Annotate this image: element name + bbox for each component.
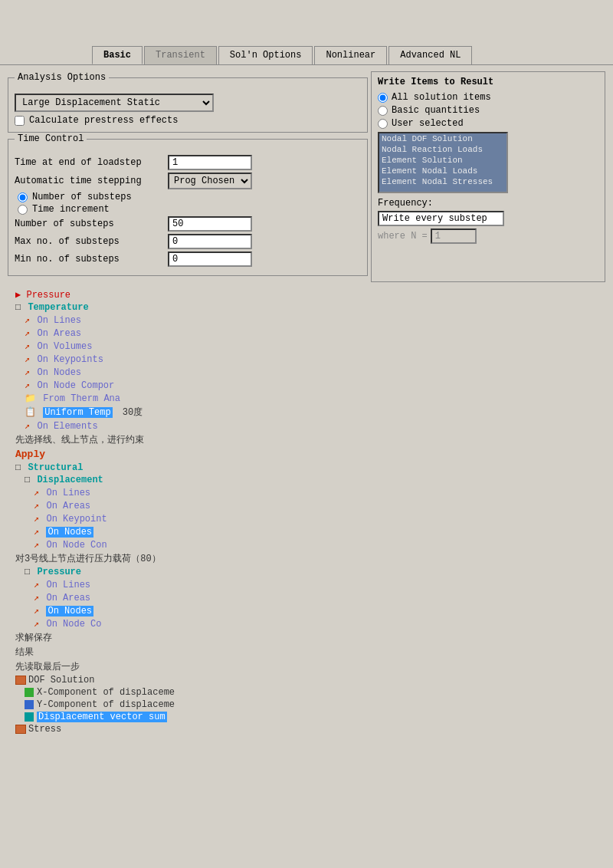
tab-advanced-nl[interactable]: Advanced NL <box>388 46 472 64</box>
structural-label: Structural <box>28 462 83 473</box>
max-substeps-input[interactable] <box>168 234 252 249</box>
tree-disp-onareas[interactable]: ↗ On Areas <box>8 499 605 512</box>
tree-disp-onkeypoint[interactable]: ↗ On Keypoint <box>8 512 605 525</box>
temp-onnodecompor-label: On Node Compor <box>37 380 114 391</box>
tree-temp-onnodecompor[interactable]: ↗ On Node Compor <box>8 379 605 392</box>
all-solution-radio[interactable] <box>378 93 388 103</box>
tree-temp-uniformtemp[interactable]: 📋 Uniform Temp 30度 <box>8 405 605 419</box>
right-panel: Write Items to Result All solution items… <box>371 71 605 282</box>
cube-icon-ycomp <box>25 700 34 709</box>
tree-dof-ycomp[interactable]: Y-Component of displaceme <box>8 699 605 711</box>
listbox-item-nodalreaction[interactable]: Nodal Reaction Loads <box>379 144 506 155</box>
tab-transient[interactable]: Transient <box>144 46 217 64</box>
tree-area: ▶ Pressure □ Temperature ↗ On Lines ↗ On… <box>0 288 613 735</box>
listbox-item-elementsolution[interactable]: Element Solution <box>379 155 506 166</box>
pressure-partial-label: ▶ Pressure <box>15 290 70 301</box>
press-onnodes-label[interactable]: On Nodes <box>46 606 93 616</box>
time-control-title: Time Control <box>15 133 87 144</box>
tree-temp-fromtherm[interactable]: 📁 From Therm Ana <box>8 392 605 405</box>
write-items-title: Write Items to Result <box>378 77 598 87</box>
pressure2-expand-icon: □ <box>25 567 30 577</box>
listbox-item-elementstresses[interactable]: Element Nodal Stresses <box>379 176 506 187</box>
content-area: Analysis Options Large Displacement Stat… <box>0 65 613 288</box>
tree-temp-onkeypoints[interactable]: ↗ On Keypoints <box>8 353 605 366</box>
num-substeps-label: Number of substeps <box>15 219 168 229</box>
arrow-icon-onnodecompor: ↗ <box>25 380 30 391</box>
tree-temp-onnodes[interactable]: ↗ On Nodes <box>8 366 605 379</box>
cube-icon-vecsum <box>25 712 34 722</box>
tree-dof-xcomp[interactable]: X-Component of displaceme <box>8 686 605 699</box>
timeincrement-radio-row: Time increment <box>15 204 361 215</box>
basic-quantities-radio[interactable] <box>378 106 388 116</box>
temperature-label: Temperature <box>28 302 88 313</box>
cube-icon-xcomp <box>25 688 34 697</box>
max-substeps-label: Max no. of substeps <box>15 236 168 247</box>
all-solution-label: All solution items <box>392 92 491 103</box>
write-items-listbox[interactable]: Nodal DOF Solution Nodal Reaction Loads … <box>378 132 508 193</box>
user-selected-radio[interactable] <box>378 119 388 129</box>
arrow-icon-onkeypoints: ↗ <box>25 354 30 365</box>
disp-onareas-label: On Areas <box>46 501 90 511</box>
tree-press-onnodeco[interactable]: ↗ On Node Co <box>8 617 605 630</box>
substeps-radio[interactable] <box>18 192 28 202</box>
apply-label[interactable]: Apply <box>8 447 605 462</box>
frequency-input[interactable] <box>378 211 504 226</box>
tree-dof-vecsum[interactable]: Displacement vector sum <box>8 711 605 723</box>
disp-onnodes-label[interactable]: On Nodes <box>46 527 93 538</box>
auto-time-label: Automatic time stepping <box>15 176 168 186</box>
temp-uniformtemp-label[interactable]: Uniform Temp <box>43 407 112 418</box>
tab-nonlinear[interactable]: Nonlinear <box>314 46 387 64</box>
tree-disp-onnodes[interactable]: ↗ On Nodes <box>8 525 605 538</box>
arrow-icon-onelements: ↗ <box>25 421 30 432</box>
tree-temp-onelements[interactable]: ↗ On Elements <box>8 419 605 432</box>
where-n-row: where N = <box>378 229 598 244</box>
tree-pressure2[interactable]: □ Pressure <box>8 566 605 578</box>
arrow-icon-press-onnodeco: ↗ <box>34 619 39 630</box>
folder-icon-uniformtemp: 📋 <box>25 407 36 418</box>
tree-temp-onlines[interactable]: ↗ On Lines <box>8 314 605 327</box>
pressure2-label: Pressure <box>37 567 81 577</box>
num-substeps-row: Number of substeps <box>15 216 361 232</box>
max-substeps-row: Max no. of substeps <box>15 234 361 249</box>
tree-temperature[interactable]: □ Temperature <box>8 301 605 314</box>
folder-icon-fromtherm: 📁 <box>25 393 36 404</box>
num-substeps-input[interactable] <box>168 216 252 232</box>
displacement-expand-icon: □ <box>25 475 30 485</box>
timeincrement-radio[interactable] <box>18 205 28 215</box>
analysis-type-dropdown[interactable]: Large Displacement Static Static Transie… <box>15 94 214 112</box>
min-substeps-input[interactable] <box>168 252 252 267</box>
all-solution-radio-row: All solution items <box>378 92 598 103</box>
arrow-icon-press-onareas: ↗ <box>34 593 39 603</box>
tree-structural[interactable]: □ Structural <box>8 462 605 474</box>
arrow-icon-onnodes: ↗ <box>25 367 30 378</box>
tree-press-onareas[interactable]: ↗ On Areas <box>8 591 605 604</box>
basic-quantities-radio-row: Basic quantities <box>378 105 598 116</box>
tree-temp-onvolumes[interactable]: ↗ On Volumes <box>8 340 605 353</box>
tree-dof-solution[interactable]: DOF Solution <box>8 674 605 686</box>
analysis-options-group: Analysis Options Large Displacement Stat… <box>8 77 368 133</box>
auto-time-dropdown[interactable]: Prog Chosen On Off <box>168 173 252 189</box>
time-control-group: Time Control Time at end of loadstep Aut… <box>8 139 368 276</box>
tree-press-onlines[interactable]: ↗ On Lines <box>8 578 605 591</box>
tree-temp-onareas[interactable]: ↗ On Areas <box>8 327 605 340</box>
basic-quantities-label: Basic quantities <box>392 105 480 116</box>
temp-onkeypoints-label: On Keypoints <box>37 354 103 365</box>
arrow-icon-disp-onkeypoint: ↗ <box>34 514 39 524</box>
prestress-checkbox[interactable] <box>15 116 25 126</box>
tab-soln-options[interactable]: Sol'n Options <box>218 46 313 64</box>
arrow-icon-disp-onnodes: ↗ <box>34 527 39 538</box>
analysis-options-title: Analysis Options <box>15 72 109 83</box>
tree-disp-onlines[interactable]: ↗ On Lines <box>8 486 605 499</box>
tree-displacement[interactable]: □ Displacement <box>8 474 605 486</box>
tab-basic[interactable]: Basic <box>92 46 143 64</box>
dof-vecsum-label[interactable]: Displacement vector sum <box>37 712 167 722</box>
time-end-input[interactable] <box>168 155 252 170</box>
listbox-item-nodaldof[interactable]: Nodal DOF Solution <box>379 133 506 144</box>
where-n-input[interactable] <box>431 229 477 244</box>
arrow-icon-onareas: ↗ <box>25 328 30 339</box>
tree-press-onnodes[interactable]: ↗ On Nodes <box>8 604 605 617</box>
tree-stress[interactable]: Stress <box>8 723 605 735</box>
listbox-item-elementnodal[interactable]: Element Nodal Loads <box>379 166 506 176</box>
tree-disp-onnodecon[interactable]: ↗ On Node Con <box>8 538 605 551</box>
arrow-icon-disp-onareas: ↗ <box>34 501 39 511</box>
